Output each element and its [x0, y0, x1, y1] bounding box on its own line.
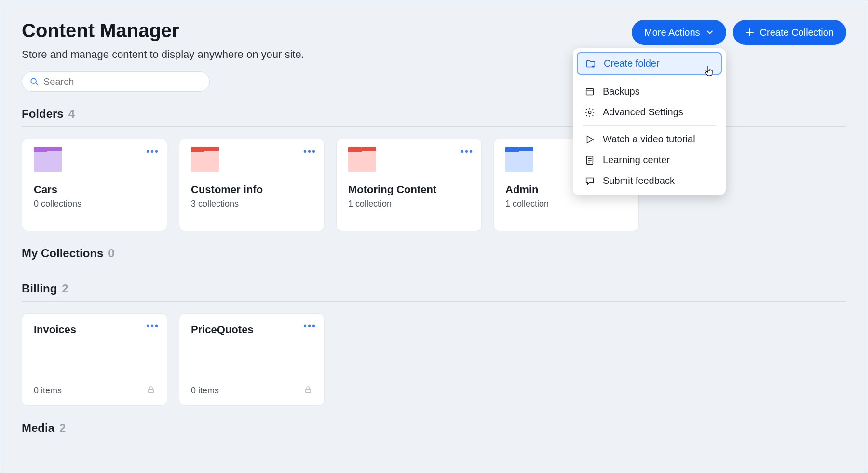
dropdown-label: Watch a video tutorial	[603, 134, 695, 145]
section-count-my-collections: 0	[108, 247, 114, 260]
section-count-billing: 2	[62, 282, 68, 295]
folder-card[interactable]: ••• Motoring Content 1 collection	[336, 139, 482, 231]
section-count-media: 2	[59, 421, 66, 435]
chevron-down-icon	[706, 28, 714, 36]
section-title-media: Media	[22, 421, 54, 435]
section-title-my-collections: My Collections	[22, 247, 103, 260]
dropdown-item-advanced-settings[interactable]: Advanced Settings	[577, 102, 722, 123]
collection-items: 0 items	[191, 386, 219, 396]
search-box[interactable]	[22, 71, 210, 92]
folder-sub: 0 collections	[34, 199, 155, 209]
section-header-my-collections: My Collections 0	[22, 247, 846, 266]
dropdown-label: Advanced Settings	[603, 107, 683, 118]
dropdown-label: Learning center	[603, 154, 670, 166]
dropdown-separator	[583, 78, 716, 78]
more-actions-button[interactable]: More Actions	[632, 20, 726, 45]
folder-name: Motoring Content	[348, 183, 470, 196]
page-subtitle: Store and manage content to display anyw…	[22, 48, 632, 61]
folder-sub: 1 collection	[505, 199, 627, 209]
svg-rect-3	[306, 389, 311, 393]
dropdown-label: Backups	[603, 86, 640, 97]
search-input[interactable]	[43, 76, 202, 87]
dropdown-item-submit-feedback[interactable]: Submit feedback	[577, 170, 722, 191]
lock-icon	[304, 385, 312, 396]
card-more-icon[interactable]: •••	[303, 146, 316, 157]
play-icon	[584, 134, 595, 145]
more-actions-label: More Actions	[644, 27, 700, 38]
more-actions-dropdown: Create folder Backups Advanced Settings …	[573, 48, 726, 195]
collection-card[interactable]: ••• PriceQuotes 0 items	[179, 313, 325, 406]
document-icon	[584, 155, 595, 166]
section-header-billing: Billing 2	[22, 282, 846, 302]
svg-rect-2	[149, 389, 154, 393]
section-title-folders: Folders	[22, 107, 64, 121]
dropdown-item-backups[interactable]: Backups	[577, 81, 722, 102]
dropdown-item-learning-center[interactable]: Learning center	[577, 150, 722, 170]
card-more-icon[interactable]: •••	[303, 320, 316, 332]
dropdown-separator	[583, 125, 716, 126]
card-more-icon[interactable]: •••	[146, 320, 159, 332]
lock-icon	[147, 385, 155, 396]
collection-name: PriceQuotes	[191, 323, 312, 336]
folder-plus-icon	[585, 58, 596, 69]
create-collection-button[interactable]: Create Collection	[733, 20, 846, 45]
folder-name: Customer info	[191, 183, 312, 196]
dropdown-item-create-folder[interactable]: Create folder	[577, 52, 722, 75]
svg-line-1	[36, 83, 38, 85]
gear-icon	[584, 107, 595, 118]
plus-icon	[746, 28, 754, 37]
folder-card[interactable]: ••• Cars 0 collections	[22, 139, 167, 231]
folder-sub: 3 collections	[191, 199, 312, 209]
card-more-icon[interactable]: •••	[461, 146, 474, 157]
section-title-billing: Billing	[22, 282, 57, 295]
backups-icon	[584, 86, 595, 97]
folder-name: Cars	[34, 183, 155, 196]
collection-name: Invoices	[34, 323, 155, 336]
create-collection-label: Create Collection	[760, 27, 834, 38]
svg-rect-4	[586, 88, 594, 95]
dropdown-label: Create folder	[604, 58, 660, 69]
section-header-media: Media 2	[22, 421, 846, 441]
page-title: Content Manager	[22, 20, 632, 42]
dropdown-label: Submit feedback	[603, 175, 675, 186]
card-more-icon[interactable]: •••	[146, 146, 159, 157]
section-count-folders: 4	[68, 107, 75, 121]
svg-point-6	[588, 111, 591, 114]
collection-card[interactable]: ••• Invoices 0 items	[22, 313, 167, 406]
search-icon	[30, 77, 39, 86]
dropdown-item-watch-video[interactable]: Watch a video tutorial	[577, 129, 722, 150]
folder-card[interactable]: ••• Customer info 3 collections	[179, 139, 325, 231]
folder-sub: 1 collection	[348, 199, 470, 209]
billing-grid: ••• Invoices 0 items ••• PriceQuotes 0 i…	[22, 313, 846, 406]
collection-items: 0 items	[34, 386, 62, 396]
chat-icon	[584, 176, 595, 186]
